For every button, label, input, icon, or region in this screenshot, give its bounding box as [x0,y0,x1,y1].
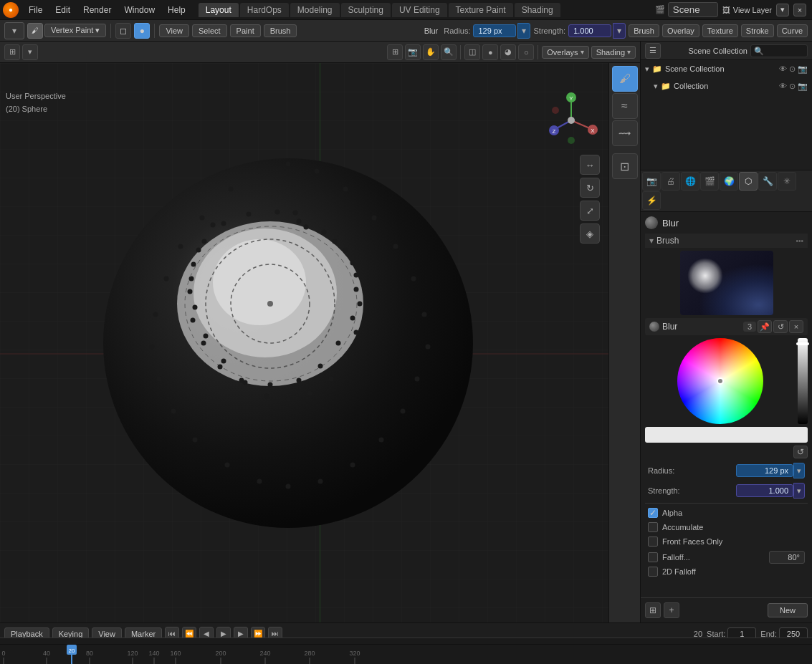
menu-help[interactable]: Help [162,4,191,16]
scene-name-input[interactable] [668,2,718,17]
draw-mode-icon[interactable]: ◻ [115,23,131,39]
tab-uv-editing[interactable]: UV Editing [392,3,447,17]
coll-exclude-icon[interactable]: ⊙ [789,82,796,91]
vp-select-btn[interactable]: Select [192,24,227,37]
viewport-mode-icon[interactable]: ⊞ [4,44,20,60]
zoom-icon[interactable]: 🔍 [441,44,457,60]
hand-icon[interactable]: ✋ [423,44,439,60]
outliner-scene-collection[interactable]: ▾ 📁 Scene Collection 👁 ⊙ 📷 [641,60,812,77]
viewport-render-icon[interactable]: ▾ [22,44,38,60]
overlays-btn[interactable]: Overlays ▾ [542,46,588,59]
props-world-icon[interactable]: 🌍 [720,172,738,191]
collection-eye-icon[interactable]: 👁 [779,64,787,74]
outliner-search[interactable] [750,44,808,57]
timeline-ruler[interactable]: 0 40 80 120 140 160 200 240 280 320 20 [0,644,812,664]
brush-section-more[interactable]: ••• [796,237,803,245]
brightness-slider[interactable] [798,338,808,424]
radius-prop-value[interactable]: 129 px [736,464,793,477]
strength-prop-value[interactable]: 1.000 [736,484,793,497]
camera-icon[interactable]: 📷 [405,44,421,60]
shading-btn[interactable]: Shading ▾ [591,46,636,59]
brush-section-label[interactable]: ▾ Brush ••• [645,234,808,248]
collection-camera-icon[interactable]: 📷 [798,64,808,74]
falloff-value[interactable]: 80° [769,551,805,564]
coll-eye-icon[interactable]: 👁 [779,82,787,91]
gizmo-ortho-btn[interactable]: ◈ [580,223,600,244]
color-preview-swatch[interactable] [645,427,808,443]
brush-reload-btn[interactable]: ↺ [773,320,788,333]
collection-restrict-icon[interactable]: ⊙ [789,64,796,74]
grid-icon[interactable]: ⊞ [387,44,403,60]
tool-soften[interactable]: ≈ [612,93,638,119]
outliner-collection[interactable]: ▾ 📁 Collection 👁 ⊙ 📷 [649,77,812,95]
gizmo-move-btn[interactable]: ↔ [580,155,600,175]
stroke-dropdown[interactable]: Stroke [741,24,774,37]
falloff-checkbox[interactable] [648,552,658,562]
radius-down-btn[interactable]: ▾ [793,463,805,478]
tab-sculpting[interactable]: Sculpting [341,3,391,17]
material-shading[interactable]: ◕ [500,44,516,60]
color-reload-btn[interactable]: ↺ [793,446,808,458]
brush-dropdown[interactable]: Brush [629,24,659,37]
radius-input[interactable] [473,24,516,37]
viewport-canvas[interactable]: User Perspective (20) Sphere Y X [0,63,640,622]
coll-render-icon[interactable]: 📷 [798,82,808,91]
vp-brush-btn[interactable]: Brush [264,24,297,37]
scene-options[interactable]: ▾ [776,4,789,16]
solid-shading[interactable]: ● [482,44,498,60]
brush-close-btn[interactable]: × [789,320,803,333]
nav-gizmo[interactable]: Y X Z [543,92,600,149]
color-wheel-wrapper[interactable] [645,338,795,424]
front-faces-checkbox[interactable] [648,537,658,547]
tool-smear[interactable]: ⟿ [612,120,638,146]
props-output-icon[interactable]: 🖨 [661,172,680,191]
props-physics-icon[interactable]: ⚡ [642,191,661,210]
svg-point-61 [335,340,340,345]
props-object-icon[interactable]: ⬡ [739,172,758,191]
color-wheel[interactable] [677,338,763,424]
vp-view-btn[interactable]: View [159,24,189,37]
tool-select-box[interactable]: ⊡ [612,153,638,179]
vertex-paint-icon[interactable]: 🖌 [27,23,43,39]
paint-mode-icon[interactable]: ● [134,23,150,39]
props-options-icon[interactable]: ⊞ [645,602,661,618]
tab-texture-paint[interactable]: Texture Paint [449,3,513,17]
outliner-mode-icon[interactable]: ☰ [645,43,661,59]
props-add-btn[interactable]: + [664,602,679,618]
menu-file[interactable]: File [23,4,48,16]
tab-layout[interactable]: Layout [199,3,239,17]
menu-render[interactable]: Render [77,4,117,16]
tab-shading[interactable]: Shading [515,3,560,17]
alpha-checkbox[interactable]: ✓ [648,508,658,518]
menu-window[interactable]: Window [118,4,161,16]
curve-dropdown[interactable]: Curve [777,24,808,37]
2d-falloff-checkbox[interactable] [648,567,658,577]
overlay-dropdown[interactable]: Overlay [662,24,699,37]
props-modifier-icon[interactable]: 🔧 [758,172,777,191]
strength-down-btn[interactable]: ▾ [793,483,805,499]
tab-hardops[interactable]: HardOps [240,3,289,17]
radius-decrement[interactable]: ▾ [517,23,530,39]
menu-edit[interactable]: Edit [49,4,76,16]
strength-input[interactable] [568,24,611,37]
blender-logo[interactable]: ● [3,2,19,18]
strength-decrement[interactable]: ▾ [613,23,626,39]
props-scene-icon[interactable]: 🎬 [700,172,719,191]
brush-pin-btn[interactable]: 📌 [758,320,772,333]
props-view-layer-icon[interactable]: 🌐 [681,172,699,191]
mode-icon[interactable]: ▾ [4,22,24,39]
texture-dropdown[interactable]: Texture [702,24,738,37]
gizmo-rotate-btn[interactable]: ↻ [580,178,600,198]
props-particles-icon[interactable]: ✳ [778,172,796,191]
wireframe-shading[interactable]: ◫ [464,44,480,60]
props-render-icon[interactable]: 📷 [642,172,661,191]
gizmo-scale-btn[interactable]: ⤢ [580,201,600,221]
new-data-btn[interactable]: New [768,603,808,617]
tool-draw[interactable]: 🖌 [612,66,638,92]
close-btn[interactable]: × [793,4,806,16]
rendered-shading[interactable]: ○ [518,44,534,60]
mode-selector[interactable]: Vertex Paint ▾ [44,24,106,37]
tab-modeling[interactable]: Modeling [290,3,340,17]
accumulate-checkbox[interactable] [648,522,658,532]
vp-paint-btn[interactable]: Paint [230,24,261,37]
